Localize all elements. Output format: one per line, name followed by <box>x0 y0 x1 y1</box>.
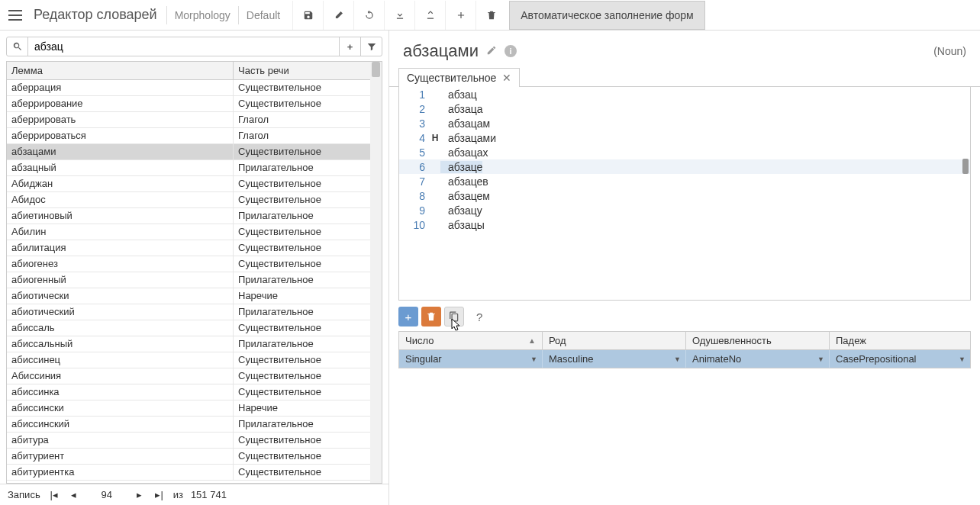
form-word: абзацах <box>440 146 488 159</box>
pos-cell: Существительное <box>234 320 382 336</box>
grid-scrollbar[interactable] <box>370 62 382 483</box>
table-row[interactable]: аберрацияСуществительное <box>7 80 382 96</box>
pager-last-icon[interactable]: ▸| <box>153 489 166 500</box>
forms-scroll-indicator[interactable] <box>962 159 969 174</box>
line-number: 4 <box>399 132 430 144</box>
pager-page[interactable]: 94 <box>88 489 126 500</box>
attr-case-cell[interactable]: CasePrepositional▼ <box>830 350 970 368</box>
save-icon[interactable] <box>292 1 323 30</box>
form-row[interactable]: 5абзацах <box>399 145 970 159</box>
attr-col-gender[interactable]: Род <box>543 332 686 349</box>
table-row[interactable]: абитуриентСуществительное <box>7 449 382 465</box>
grid-body[interactable]: аберрацияСуществительноеаберрированиеСущ… <box>7 80 382 484</box>
table-row[interactable]: абиогенезСуществительное <box>7 256 382 272</box>
table-row[interactable]: абзацныйПрилагательное <box>7 160 382 176</box>
table-row[interactable]: аберрированиеСуществительное <box>7 96 382 112</box>
attr-delete-button[interactable] <box>421 307 441 326</box>
table-row[interactable]: абиотическиНаречие <box>7 288 382 304</box>
autofill-forms-tab[interactable]: Автоматическое заполнение форм <box>509 1 705 30</box>
line-number: 9 <box>399 204 430 217</box>
table-row[interactable]: абиссальСуществительное <box>7 320 382 336</box>
info-icon[interactable]: i <box>505 45 517 57</box>
table-row[interactable]: абиетиновыйПрилагательное <box>7 208 382 224</box>
form-row[interactable]: 7абзацев <box>399 174 970 188</box>
close-icon[interactable]: ✕ <box>502 72 511 84</box>
table-row[interactable]: абиссинскийПрилагательное <box>7 417 382 433</box>
attr-copy-button[interactable] <box>444 307 464 326</box>
table-row[interactable]: абитуриенткаСуществительное <box>7 465 382 481</box>
pos-cell: Наречие <box>234 400 382 416</box>
tab-noun[interactable]: Существительное ✕ <box>398 68 520 87</box>
table-row[interactable]: абиссинецСуществительное <box>7 352 382 368</box>
attr-row[interactable]: Singular▼ Masculine▼ AnimateNo▼ CasePrep… <box>399 350 970 368</box>
table-row[interactable]: АбидосСуществительное <box>7 192 382 208</box>
line-number: 3 <box>399 117 430 130</box>
attr-col-case[interactable]: Падеж <box>830 332 970 349</box>
download-icon[interactable] <box>384 1 414 30</box>
line-number: 6 <box>399 161 430 173</box>
form-row[interactable]: 4Набзацами <box>399 130 970 145</box>
form-row[interactable]: 9абзацу <box>399 203 970 217</box>
attr-col-number[interactable]: Число▲ <box>399 332 543 349</box>
form-word: абзацам <box>440 117 490 130</box>
lemma-cell: абитуриент <box>7 449 234 464</box>
table-row[interactable]: абиссальныйПрилагательное <box>7 336 382 352</box>
table-row[interactable]: АбиссинияСуществительное <box>7 368 382 384</box>
forms-list[interactable]: 1абзац2абзаца3абзацам4Набзацами5абзацах6… <box>398 87 971 301</box>
erase-icon[interactable] <box>323 1 353 30</box>
sort-asc-icon: ▲ <box>528 336 536 345</box>
lemma-cell: абиссинка <box>7 384 234 400</box>
table-row[interactable]: аберрироватьГлагол <box>7 112 382 128</box>
form-word: абзацем <box>440 190 490 202</box>
lemma-cell: Абиссиния <box>7 368 234 384</box>
table-row[interactable]: аберрироватьсяГлагол <box>7 128 382 144</box>
add-icon[interactable] <box>445 1 475 30</box>
attr-number-cell[interactable]: Singular▼ <box>399 350 543 368</box>
attr-gender-cell[interactable]: Masculine▼ <box>543 350 686 368</box>
form-row[interactable]: 2абзаца <box>399 101 970 116</box>
form-row[interactable]: 8абзацем <box>399 188 970 203</box>
breadcrumb-default[interactable]: Default <box>238 6 288 24</box>
search-icon[interactable] <box>7 37 28 56</box>
menu-icon[interactable] <box>5 5 26 26</box>
table-row[interactable]: АбиджанСуществительное <box>7 176 382 192</box>
table-row[interactable]: абитураСуществительное <box>7 433 382 449</box>
add-entry-button[interactable]: + <box>339 37 360 56</box>
table-row[interactable]: абиотическийПрилагательное <box>7 304 382 320</box>
pos-cell: Существительное <box>234 224 382 240</box>
table-row[interactable]: абиогенныйПрилагательное <box>7 272 382 288</box>
pos-cell: Существительное <box>234 449 382 464</box>
pager-next-icon[interactable]: ▸ <box>134 489 146 500</box>
attr-animacy-cell[interactable]: AnimateNo▼ <box>686 350 830 368</box>
help-icon[interactable]: ? <box>476 310 482 323</box>
table-row[interactable]: АбилинСуществительное <box>7 224 382 240</box>
attr-add-button[interactable]: + <box>398 307 418 326</box>
pager-total-prefix: из <box>173 489 183 500</box>
pager-prev-icon[interactable]: ◂ <box>68 489 80 500</box>
table-row[interactable]: абиссинскиНаречие <box>7 400 382 417</box>
form-row[interactable]: 10абзацы <box>399 217 970 232</box>
column-pos[interactable]: Часть речи <box>234 62 382 79</box>
form-row[interactable]: 3абзацам <box>399 116 970 130</box>
search-group: + <box>6 37 382 56</box>
form-word: абзаца <box>440 103 483 115</box>
search-input[interactable] <box>28 37 339 56</box>
delete-icon[interactable] <box>475 1 506 30</box>
tab-label: Существительное <box>407 72 496 84</box>
form-row[interactable]: 6абзаце <box>399 159 970 174</box>
pos-cell: Прилагательное <box>234 208 382 224</box>
edit-icon[interactable] <box>486 45 497 58</box>
refresh-icon[interactable] <box>353 1 384 30</box>
pos-cell: Существительное <box>234 368 382 384</box>
table-row[interactable]: абилитацияСуществительное <box>7 240 382 256</box>
table-row[interactable]: абиссинкаСуществительное <box>7 384 382 400</box>
filter-button[interactable] <box>360 37 382 56</box>
table-row[interactable]: абзацамиСуществительное <box>7 144 382 160</box>
pager-first-icon[interactable]: |◂ <box>48 489 60 500</box>
upload-icon[interactable] <box>414 1 445 30</box>
breadcrumb-morphology[interactable]: Morphology <box>166 6 238 24</box>
form-row[interactable]: 1абзац <box>399 87 970 101</box>
attr-col-animacy[interactable]: Одушевленность <box>686 332 830 349</box>
pager-total: 151 741 <box>191 489 227 500</box>
column-lemma[interactable]: Лемма <box>7 62 234 79</box>
